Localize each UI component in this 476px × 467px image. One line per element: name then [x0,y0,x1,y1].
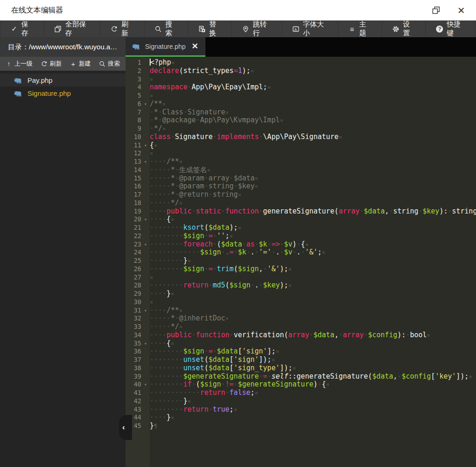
code-line[interactable]: 27¤ [126,274,476,282]
code-line[interactable]: 34····public·function·verification(array… [126,331,476,340]
fold-arrow-icon[interactable]: ▾ [141,141,150,150]
sidebar-action-new[interactable]: +新建 [70,60,91,68]
code-line[interactable]: 10class·Signature·implements·\App\Pay\Si… [126,133,476,141]
code-line[interactable]: 1<?php¤ [126,59,476,67]
line-number: 13 [126,158,141,166]
fold-arrow-icon[interactable]: ▾ [141,158,150,166]
code-text: ········if·($sign·!=·$generateSignature)… [150,380,476,389]
code-line[interactable]: 42········}¤ [126,397,476,406]
code-line[interactable]: 38········unset($data['sign_type']);¤ [126,364,476,373]
fold-gutter [141,207,150,216]
code-line[interactable]: 31▾····/**¤ [126,307,476,315]
code-line[interactable]: 29····}¤ [126,290,476,298]
fold-arrow-icon[interactable]: ▾ [141,380,150,389]
sidebar-action-refresh[interactable]: 刷新 [41,60,62,68]
code-line[interactable]: 28········return·md5($sign·.·$key);¤ [126,281,476,290]
fold-arrow-icon[interactable]: ▾ [141,240,150,249]
code-line[interactable]: 41············return·false;¤ [126,389,476,397]
line-number: 35 [126,340,141,348]
sidebar-collapse-handle[interactable]: ‹ [119,415,132,440]
code-line[interactable]: 9·*/¤ [126,125,476,133]
code-line[interactable]: 2declare(strict_types=1);¤ [126,67,476,75]
code-line[interactable]: 25········}¤ [126,257,476,265]
code-line[interactable]: 15·····*·@param·array·$data¤ [126,174,476,183]
code-text: ·····*/¤ [150,323,476,331]
code-text: ········$sign·=·'';¤ [150,232,476,240]
fold-arrow-icon[interactable]: ▾ [141,100,150,108]
code-line[interactable]: 23▾········foreach·($data·as·$k·=>·$v)·{… [126,240,476,249]
code-line[interactable]: 16·····*·@param·string·$key¤ [126,182,476,191]
code-line[interactable]: 24············$sign·.=·$k·.·'='·.·$v·.·'… [126,248,476,257]
toolbar-button-settings[interactable]: 设置 [382,20,426,37]
line-number: 11 [126,141,141,150]
toolbar-button-shortcuts[interactable]: ?快捷键 [426,20,476,37]
toolbar-button-goto-line[interactable]: 跳转行 [232,20,282,37]
code-line[interactable]: 35▾····{¤ [126,340,476,348]
code-line[interactable]: 20▾····{¤ [126,215,476,224]
toolbar-button-font-size[interactable]: A字体大小 [282,20,338,37]
toolbar-button-search[interactable]: 搜索 [145,20,188,37]
toolbar-button-replace[interactable]: 替换 [188,20,232,37]
file-item-pay-php[interactable]: Pay.php [0,73,126,87]
code-line[interactable]: 14·····*·生成签名¤ [126,166,476,174]
fold-gutter [141,331,150,340]
code-text: ········}¤ [150,257,476,265]
code-line[interactable]: 7·*·Class·Signature¤ [126,108,476,117]
code-line[interactable]: 39········$generateSignature·=·self::gen… [126,373,476,381]
code-line[interactable]: 5¤ [126,92,476,100]
code-line[interactable]: 12¤ [126,149,476,158]
code-line[interactable]: 17·····*·@return·string¤ [126,191,476,199]
fold-arrow-icon[interactable]: ▾ [141,215,150,224]
code-text: ¤ [150,298,476,307]
code-line[interactable]: 21········ksort($data);¤ [126,224,476,232]
code-line[interactable]: 4namespace·App\Pay\Epay\Impl;¤ [126,83,476,92]
code-line[interactable]: 8·*·@package·App\Pay\Kvmpay\Impl¤ [126,116,476,125]
fold-arrow-icon[interactable]: ▾ [141,307,150,315]
code-line[interactable]: 13▾····/**¤ [126,158,476,166]
fold-gutter [141,75,150,84]
theme-icon: ≡ [349,25,356,33]
code-line[interactable]: 6▾/**¤ [126,100,476,108]
restore-window-icon[interactable] [430,5,442,16]
code-line[interactable]: 30¤ [126,298,476,307]
code-line[interactable]: 22········$sign·=·'';¤ [126,232,476,240]
code-line[interactable]: 43········return·true;¤ [126,406,476,414]
tab-close-icon[interactable]: ✕ [192,42,198,50]
sidebar-action-label: 新建 [79,60,91,68]
code-line[interactable]: 26········$sign·=·trim($sign,·'&');¤ [126,265,476,274]
code-line[interactable]: 33·····*/¤ [126,323,476,331]
gear-icon [392,25,399,33]
code-line[interactable]: 40▾········if·($sign·!=·$generateSignatu… [126,380,476,389]
line-number: 32 [126,314,141,323]
sidebar-action-search[interactable]: 搜索 [99,60,120,68]
fold-gutter [141,166,150,174]
toolbar-button-theme[interactable]: ≡主题 [338,20,382,37]
toolbar-button-refresh[interactable]: 刷新 [100,20,144,37]
line-number: 24 [126,248,141,257]
code-text: ····}¤ [150,414,476,422]
tab-signature-php[interactable]: Signature.php ✕ [126,37,205,57]
line-number: 36 [126,347,141,356]
code-line[interactable]: 3¤ [126,75,476,84]
code-text: ····/**¤ [150,158,476,166]
code-line[interactable]: 19····public·static·function·generateSig… [126,207,476,216]
code-line[interactable]: 32·····*·@inheritDoc¤ [126,314,476,323]
code-line[interactable]: 45}¶ [126,422,476,430]
line-number: 25 [126,257,141,265]
code-editor[interactable]: 1<?php¤2declare(strict_types=1);¤3¤4name… [126,57,476,467]
toolbar-button-save-all[interactable]: 全部保存 [44,20,100,37]
code-text: ·····*·@return·string¤ [150,191,476,199]
code-line[interactable]: 44····}¤ [126,414,476,422]
fold-gutter [141,281,150,290]
close-window-icon[interactable]: × [456,5,467,16]
fold-arrow-icon[interactable]: ▾ [141,340,150,348]
toolbar-button-save[interactable]: ✓保存 [0,20,44,37]
code-line[interactable]: 36········$sign·=·$data['sign'];¤ [126,347,476,356]
code-line[interactable]: 18·····*/¤ [126,199,476,207]
file-item-signature-php[interactable]: Signature.php [0,87,126,100]
code-text: ·····*·@param·string·$key¤ [150,182,476,191]
sidebar-action-up-level[interactable]: ↑上一级 [6,60,33,68]
code-line[interactable]: 11▾{¤ [126,141,476,150]
line-number: 41 [126,389,141,397]
code-line[interactable]: 37········unset($data['sign']);¤ [126,356,476,364]
